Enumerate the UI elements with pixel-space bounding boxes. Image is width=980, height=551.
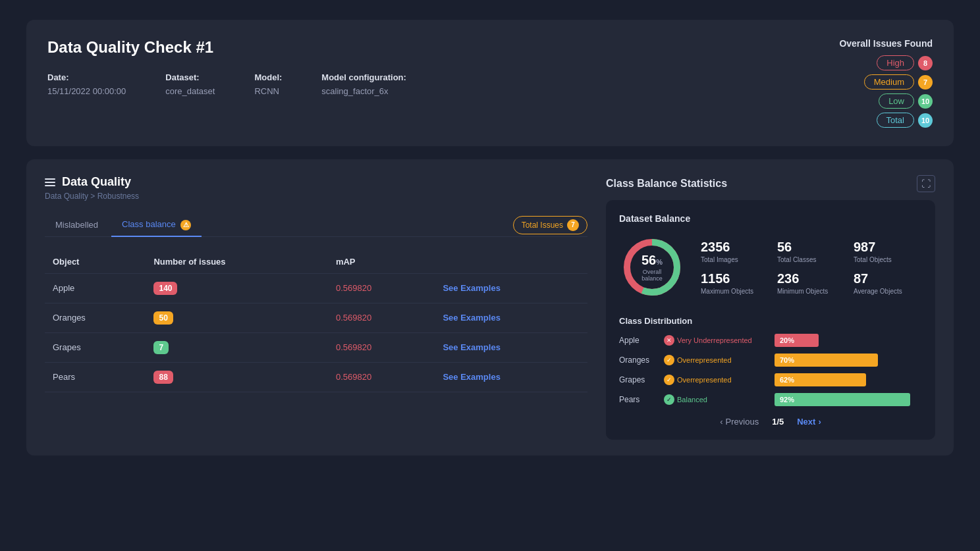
see-examples-link[interactable]: See Examples bbox=[443, 283, 500, 293]
panel-header: Data Quality bbox=[45, 175, 587, 189]
left-panel: Data Quality Data Quality > Robustness M… bbox=[45, 175, 587, 440]
badge-low-label: Low bbox=[879, 93, 914, 109]
prev-button[interactable]: ‹ Previous bbox=[720, 417, 759, 427]
right-panel: Class Balance Statistics ⛶ Dataset Balan… bbox=[606, 175, 935, 440]
status-text: Very Underrepresented bbox=[677, 336, 752, 344]
badge-high-count: 8 bbox=[918, 56, 933, 70]
next-button[interactable]: Next › bbox=[797, 417, 821, 427]
top-card: Data Quality Check #1 Date: 15/11/2022 0… bbox=[26, 20, 954, 146]
hamburger-icon[interactable] bbox=[45, 178, 55, 186]
table-row: Pears 88 0.569820 See Examples bbox=[45, 362, 587, 392]
meta-dataset: Dataset: core_dataset bbox=[165, 72, 215, 97]
stat-item: 56 Total Classes bbox=[777, 240, 846, 263]
dataset-balance-title: Dataset Balance bbox=[619, 213, 922, 224]
cell-action[interactable]: See Examples bbox=[435, 273, 587, 303]
table-row: Apple 140 0.569820 See Examples bbox=[45, 273, 587, 303]
dataset-label: Dataset: bbox=[165, 72, 215, 82]
stat-item: 87 Average Objects bbox=[854, 271, 922, 295]
badge-total-label: Total bbox=[877, 113, 914, 128]
issue-badge: 7 bbox=[153, 341, 169, 354]
stat-value: 2356 bbox=[701, 240, 769, 255]
dist-bar: 62% bbox=[775, 373, 866, 386]
data-table: Object Number of issues mAP Apple 140 0.… bbox=[45, 250, 587, 392]
map-value: 0.569820 bbox=[336, 372, 371, 382]
prev-arrow: ‹ bbox=[720, 417, 722, 427]
cell-issues: 140 bbox=[146, 273, 327, 303]
badge-high-label: High bbox=[877, 55, 914, 70]
table-row: Grapes 7 0.569820 See Examples bbox=[45, 332, 587, 362]
dist-bar: 70% bbox=[775, 354, 878, 367]
see-examples-link[interactable]: See Examples bbox=[443, 313, 500, 323]
right-panel-title: Class Balance Statistics bbox=[606, 178, 727, 190]
badge-medium-count: 7 bbox=[918, 75, 933, 90]
dist-row: Grapes ✓ Overrepresented 62% bbox=[619, 373, 922, 386]
cell-map: 0.569820 bbox=[328, 273, 435, 303]
badge-low-count: 10 bbox=[918, 94, 933, 109]
stat-value: 236 bbox=[777, 271, 846, 286]
issue-badge-total: Total 10 bbox=[877, 113, 933, 128]
stat-item: 236 Minimum Objects bbox=[777, 271, 846, 295]
cell-object: Apple bbox=[45, 273, 146, 303]
stat-item: 1156 Maximum Objects bbox=[701, 271, 769, 295]
cell-issues: 50 bbox=[146, 303, 327, 332]
status-icon: ✓ bbox=[664, 394, 674, 405]
dist-bar-container: 20% bbox=[775, 334, 922, 347]
cell-action[interactable]: See Examples bbox=[435, 332, 587, 362]
meta-grid: Date: 15/11/2022 00:00:00 Dataset: core_… bbox=[47, 72, 406, 97]
stat-label: Total Images bbox=[701, 256, 769, 263]
dist-row: Apple ✕ Very Underrepresented 20% bbox=[619, 334, 922, 347]
donut-label: Overall balance bbox=[636, 269, 668, 282]
donut-chart: 56% Overall balance bbox=[619, 234, 685, 300]
tab-class-balance[interactable]: Class balance ⚠ bbox=[111, 214, 202, 237]
dist-rows: Apple ✕ Very Underrepresented 20% Orange… bbox=[619, 334, 922, 406]
overall-issues-title: Overall Issues Found bbox=[839, 38, 933, 49]
dist-status: ✓ Overrepresented bbox=[664, 375, 769, 385]
dist-class: Oranges bbox=[619, 355, 659, 365]
see-examples-link[interactable]: See Examples bbox=[443, 372, 500, 382]
next-label: Next bbox=[797, 417, 815, 427]
stat-value: 1156 bbox=[701, 271, 769, 286]
stats-grid: 2356 Total Images 56 Total Classes 987 T… bbox=[701, 240, 922, 295]
status-text: Balanced bbox=[677, 396, 707, 404]
see-examples-link[interactable]: See Examples bbox=[443, 342, 500, 352]
stat-item: 2356 Total Images bbox=[701, 240, 769, 263]
meta-model-config: Model configuration: scaling_factor_6x bbox=[321, 72, 406, 97]
badge-total-count: 10 bbox=[918, 113, 933, 128]
model-label: Model: bbox=[254, 72, 282, 82]
cell-action[interactable]: See Examples bbox=[435, 303, 587, 332]
dist-status: ✓ Overrepresented bbox=[664, 355, 769, 365]
expand-icon[interactable]: ⛶ bbox=[917, 175, 935, 192]
total-issues-count: 7 bbox=[567, 219, 579, 231]
tabs: Mislabelled Class balance ⚠ Total Issues… bbox=[45, 214, 587, 237]
map-value: 0.569820 bbox=[336, 283, 371, 293]
breadcrumb: Data Quality > Robustness bbox=[45, 192, 587, 201]
stat-value: 987 bbox=[854, 240, 922, 255]
tab-list: Mislabelled Class balance ⚠ bbox=[45, 214, 202, 236]
stat-item: 987 Total Objects bbox=[854, 240, 922, 263]
table-scroll[interactable]: Object Number of issues mAP Apple 140 0.… bbox=[45, 250, 587, 392]
issue-badge: 88 bbox=[153, 371, 173, 384]
balance-row: 56% Overall balance 2356 Total Images 56… bbox=[619, 234, 922, 300]
col-map: mAP bbox=[328, 250, 435, 274]
col-action bbox=[435, 250, 587, 274]
tab-mislabelled[interactable]: Mislabelled bbox=[45, 215, 109, 236]
cell-object: Grapes bbox=[45, 332, 146, 362]
stat-value: 56 bbox=[777, 240, 846, 255]
dist-row: Pears ✓ Balanced 92% bbox=[619, 393, 922, 406]
stat-label: Average Objects bbox=[854, 288, 922, 295]
dataset-value: core_dataset bbox=[165, 86, 215, 96]
total-issues-badge[interactable]: Total Issues 7 bbox=[513, 216, 587, 234]
status-icon: ✓ bbox=[664, 355, 674, 365]
issue-badges: High 8 Medium 7 Low 10 Total 10 bbox=[839, 55, 933, 128]
dist-bar-container: 92% bbox=[775, 393, 922, 406]
cell-action[interactable]: See Examples bbox=[435, 362, 587, 392]
cell-map: 0.569820 bbox=[328, 303, 435, 332]
cell-object: Pears bbox=[45, 362, 146, 392]
dist-bar: 92% bbox=[775, 393, 910, 406]
issue-badge-low: Low 10 bbox=[879, 93, 933, 109]
bottom-card: Data Quality Data Quality > Robustness M… bbox=[26, 159, 954, 456]
stat-label: Total Classes bbox=[777, 256, 846, 263]
meta-model: Model: RCNN bbox=[254, 72, 282, 97]
overall-issues: Overall Issues Found High 8 Medium 7 Low… bbox=[839, 38, 933, 128]
issue-badge: 50 bbox=[153, 311, 173, 325]
